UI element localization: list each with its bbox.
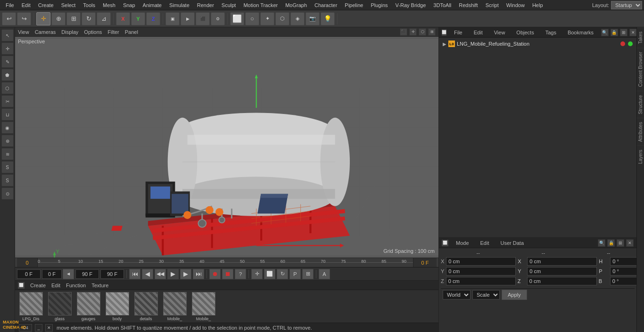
object-polygon[interactable]: ✦ xyxy=(260,12,274,25)
frame-end-input[interactable] xyxy=(75,269,99,279)
attr-y2-input[interactable] xyxy=(527,267,597,275)
vp-menu-view[interactable]: View xyxy=(18,29,29,35)
render-region[interactable]: ▣ xyxy=(165,12,180,25)
timeline-ruler-track[interactable]: 051015202530354045505560657075808590 xyxy=(38,258,413,267)
vp-menu-options[interactable]: Options xyxy=(84,29,102,35)
obj-menu-tags[interactable]: Tags xyxy=(542,29,560,36)
sidebar-extrude[interactable]: ⬡ xyxy=(1,82,14,94)
tc-stop-record[interactable]: ⏹ xyxy=(222,269,233,279)
menu-pipeline[interactable]: Pipeline xyxy=(341,1,367,9)
menu-help[interactable]: Help xyxy=(528,1,547,9)
object-deform[interactable]: ◈ xyxy=(290,12,305,25)
menu-character[interactable]: Character xyxy=(311,1,341,9)
mat-menu-create[interactable]: Create xyxy=(30,283,46,288)
object-visibility-green[interactable] xyxy=(628,41,633,46)
obj-menu-file[interactable]: File xyxy=(450,29,466,36)
vp-ctrl-2[interactable]: ✛ xyxy=(409,28,417,36)
axis-x[interactable]: X xyxy=(116,12,130,25)
object-nurbs[interactable]: ○ xyxy=(245,12,259,25)
object-field[interactable]: ⬡ xyxy=(275,12,289,25)
menu-script[interactable]: Script xyxy=(482,1,503,9)
menu-create[interactable]: Create xyxy=(34,1,58,9)
object-cube[interactable]: ⬜ xyxy=(230,12,244,25)
tc-goto-end[interactable]: ⏭ xyxy=(193,269,204,279)
frame-start-input[interactable] xyxy=(17,269,41,279)
tab-layers[interactable]: Layers xyxy=(637,146,644,168)
menu-render[interactable]: Render xyxy=(193,1,218,9)
timeline-ruler[interactable]: 0 051015202530354045505560657075808590 0… xyxy=(15,258,438,267)
attr-close-icon[interactable]: ✕ xyxy=(626,239,634,247)
attr-search-icon[interactable]: 🔍 xyxy=(598,239,605,247)
attr-h-input[interactable] xyxy=(610,257,636,266)
obj-lock-icon[interactable]: 🔒 xyxy=(611,29,618,36)
menu-tools[interactable]: Tools xyxy=(79,1,99,9)
tc-record[interactable]: ⏺ xyxy=(209,269,221,279)
sidebar-polygon[interactable]: ⬟ xyxy=(1,69,14,81)
apply-button[interactable]: Apply xyxy=(502,290,527,300)
world-dropdown[interactable]: World xyxy=(443,290,471,300)
tc-curve[interactable]: ⬜ xyxy=(264,269,275,279)
status-min-btn[interactable]: _ xyxy=(35,324,42,332)
axis-y[interactable]: Y xyxy=(131,12,145,25)
vp-ctrl-4[interactable]: ⊞ xyxy=(428,28,436,36)
menu-sculpt[interactable]: Sculpt xyxy=(218,1,240,9)
attr-z2-input[interactable] xyxy=(527,277,597,285)
tc-play-back[interactable]: ◀◀ xyxy=(155,269,166,279)
sidebar-smooth[interactable]: ≋ xyxy=(1,148,14,160)
tab-attributes[interactable]: Attributes xyxy=(637,118,644,146)
redo-button[interactable]: ↪ xyxy=(17,12,31,25)
sidebar-knife[interactable]: ✂ xyxy=(1,95,14,107)
menu-simulate[interactable]: Simulate xyxy=(165,1,193,9)
tc-info[interactable]: ? xyxy=(235,269,246,279)
sidebar-weld[interactable]: ◉ xyxy=(1,121,14,134)
tc-grid[interactable]: ⊞ xyxy=(302,269,314,279)
sidebar-snapping[interactable]: S xyxy=(1,174,14,186)
status-close-btn[interactable]: ✕ xyxy=(45,324,53,332)
render-active[interactable]: ▶ xyxy=(181,12,195,25)
material-lpgdis[interactable]: LPG_Dis xyxy=(18,292,44,321)
attr-b-input[interactable] xyxy=(610,277,636,285)
render-settings[interactable]: ⚙ xyxy=(211,12,225,25)
menu-window[interactable]: Window xyxy=(503,1,528,9)
attr-menu-userdata[interactable]: User Data xyxy=(497,239,528,247)
vp-menu-cameras[interactable]: Cameras xyxy=(35,29,56,35)
mat-menu-edit[interactable]: Edit xyxy=(51,283,60,288)
menu-motion-tracker[interactable]: Motion Tracker xyxy=(239,1,281,9)
sidebar-bridge[interactable]: ⊔ xyxy=(1,108,14,121)
attr-x2-input[interactable] xyxy=(527,257,597,266)
select-tool[interactable]: ✛ xyxy=(36,12,50,25)
menu-snap[interactable]: Snap xyxy=(119,1,139,9)
sidebar-move[interactable]: ↖ xyxy=(1,29,14,41)
render-viewport[interactable]: ⬛ xyxy=(196,12,210,25)
menu-file[interactable]: File xyxy=(2,1,18,9)
undo-button[interactable]: ↩ xyxy=(2,12,16,25)
tc-goto-start[interactable]: ⏮ xyxy=(129,269,140,279)
menu-vray[interactable]: V-Ray Bridge xyxy=(392,1,430,9)
tc-path[interactable]: P xyxy=(289,269,301,279)
obj-menu-objects[interactable]: Objects xyxy=(512,29,537,36)
tab-structure[interactable]: Structure xyxy=(637,91,644,118)
tc-step-forward[interactable]: ▶ xyxy=(180,269,191,279)
rotate-tool[interactable]: ↻ xyxy=(82,12,96,25)
vp-menu-filter[interactable]: Filter xyxy=(107,29,119,35)
menu-select[interactable]: Select xyxy=(58,1,80,9)
viewport-3d[interactable]: Perspective xyxy=(15,37,438,258)
object-expand-icon[interactable]: ▶ xyxy=(443,41,446,47)
scale-dropdown[interactable]: Scale xyxy=(472,290,500,300)
attr-expand-icon[interactable]: ⊞ xyxy=(617,239,624,247)
menu-redshift[interactable]: Redshift xyxy=(455,1,481,9)
material-mobile1[interactable]: Mobile_ xyxy=(162,292,188,321)
frame-prev-input[interactable] xyxy=(42,269,62,279)
obj-menu-bookmarks[interactable]: Bookmarks xyxy=(564,29,597,36)
material-details[interactable]: details xyxy=(133,292,159,321)
tc-auto-key[interactable]: A xyxy=(319,269,330,279)
light-tool[interactable]: 💡 xyxy=(321,12,335,25)
transform-tool[interactable]: ⊿ xyxy=(97,12,111,25)
frame-end2-input[interactable] xyxy=(100,269,124,279)
mat-menu-function[interactable]: Function xyxy=(66,283,86,288)
object-row-lng[interactable]: ▶ L0 LNG_Mobile_Refueling_Station xyxy=(441,40,635,48)
attr-z1-input[interactable] xyxy=(446,277,516,285)
material-gauges[interactable]: gauges xyxy=(75,292,101,321)
material-body[interactable]: body xyxy=(104,292,130,321)
layout-dropdown[interactable]: Startup xyxy=(611,1,642,9)
